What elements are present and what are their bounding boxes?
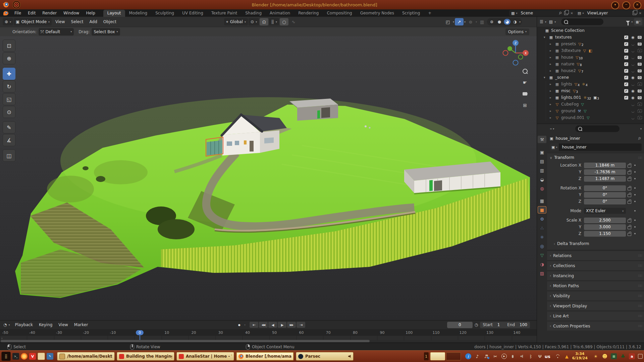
auto-keying-toggle[interactable]: ● bbox=[235, 322, 244, 328]
properties-section[interactable]: ›Custom Properties ∷∷ bbox=[547, 321, 644, 330]
snap-dropdown[interactable]: ⣿▾ bbox=[269, 18, 279, 25]
properties-tab[interactable] bbox=[537, 135, 547, 143]
properties-tab[interactable] bbox=[538, 260, 546, 268]
animate-dot-icon[interactable] bbox=[633, 178, 637, 179]
hide-eye-toggle[interactable] bbox=[630, 88, 636, 93]
shade-button[interactable]: ▾ bbox=[611, 1, 619, 9]
outliner-row[interactable]: nature 8 bbox=[537, 61, 644, 67]
transport-button[interactable] bbox=[278, 322, 286, 328]
tray-icon[interactable] bbox=[519, 353, 525, 359]
lock-icon[interactable] bbox=[628, 194, 631, 197]
lock-icon[interactable] bbox=[628, 226, 631, 229]
taskbar-window[interactable]: AnalieStar | Home - Viv... bbox=[176, 352, 234, 361]
animate-dot-icon[interactable] bbox=[633, 210, 637, 212]
tray-icon[interactable] bbox=[510, 353, 516, 359]
timeline-menu[interactable]: View bbox=[55, 322, 71, 327]
pin-icon[interactable]: ⚲ bbox=[557, 10, 562, 15]
hide-eye-toggle[interactable] bbox=[630, 75, 636, 80]
shading-material-icon[interactable]: ◕ bbox=[504, 19, 511, 25]
drag-dropdown[interactable]: Select Box▾ bbox=[92, 28, 120, 36]
workspace-tab[interactable]: Animation bbox=[266, 10, 294, 17]
animate-dot-icon[interactable] bbox=[633, 165, 637, 166]
keyboard-layout[interactable]: us bbox=[545, 354, 550, 359]
outliner-editor-type-button[interactable]: ☰▾ bbox=[539, 18, 547, 25]
transport-button[interactable] bbox=[250, 322, 258, 328]
editor-icon[interactable]: ✎ bbox=[47, 353, 53, 360]
timeline-menu[interactable]: Keying bbox=[36, 322, 55, 327]
properties-options-button[interactable]: ▾ bbox=[640, 127, 642, 130]
filter-icon[interactable] bbox=[626, 21, 630, 23]
tool-button[interactable] bbox=[3, 121, 15, 133]
vivaldi-icon[interactable]: V bbox=[29, 353, 36, 360]
close-button[interactable]: ✕ bbox=[633, 1, 641, 9]
workspace-tab[interactable]: Compositing bbox=[323, 10, 356, 17]
tray-icon[interactable] bbox=[555, 353, 561, 359]
properties-section[interactable]: ›Instancing ∷∷ bbox=[547, 271, 644, 280]
workspace-cell[interactable] bbox=[446, 352, 461, 360]
lock-icon[interactable] bbox=[628, 165, 631, 168]
tray-icon[interactable] bbox=[537, 353, 543, 359]
frame-tick[interactable]: 60 bbox=[288, 330, 315, 335]
new-collection-button[interactable]: ▦⁺ bbox=[634, 18, 642, 25]
viewport-menu[interactable]: Object bbox=[100, 19, 119, 24]
mode-dropdown[interactable]: ▣Object Mode▾ bbox=[14, 18, 52, 25]
frame-tick[interactable]: 110 bbox=[423, 330, 449, 335]
render-camera-toggle[interactable] bbox=[636, 42, 643, 46]
expand-arrow-icon[interactable] bbox=[550, 89, 554, 93]
files-icon[interactable] bbox=[38, 353, 45, 360]
outliner-row[interactable]: Scene Collection bbox=[537, 27, 644, 34]
frame-tick[interactable]: 80 bbox=[342, 330, 369, 335]
properties-tab[interactable] bbox=[538, 185, 546, 192]
terminal-icon[interactable]: >_ bbox=[12, 353, 19, 360]
drag-handle-icon[interactable]: ∷∷ bbox=[638, 284, 642, 288]
workspace-tab[interactable]: Geometry Nodes bbox=[356, 10, 398, 17]
tray-icon[interactable] bbox=[564, 353, 570, 359]
scale-field[interactable]: 2.500 bbox=[584, 218, 626, 223]
tray-icon[interactable] bbox=[629, 353, 635, 359]
drag-handle-icon[interactable]: ∷∷ bbox=[638, 314, 642, 318]
lock-icon[interactable] bbox=[628, 201, 631, 204]
firefox-icon[interactable] bbox=[21, 353, 28, 360]
tray-icon[interactable] bbox=[501, 354, 507, 359]
outliner-row[interactable]: presets 2 bbox=[537, 41, 644, 47]
frame-tick[interactable]: 130 bbox=[476, 330, 503, 335]
orientation-dropdown[interactable]: ⌖Global▾ bbox=[224, 18, 248, 25]
falloff-icon[interactable]: ∿ bbox=[289, 18, 298, 25]
scale-field[interactable]: 3.000 bbox=[584, 224, 626, 230]
frame-tick[interactable]: 140 bbox=[503, 330, 530, 335]
properties-tab[interactable] bbox=[538, 215, 546, 223]
animate-dot-icon[interactable] bbox=[633, 201, 637, 202]
animate-dot-icon[interactable] bbox=[633, 226, 637, 228]
animate-dot-icon[interactable] bbox=[633, 171, 637, 173]
outliner-row[interactable]: _scene bbox=[537, 74, 644, 81]
workspace-tab[interactable]: Layout bbox=[103, 10, 125, 17]
tool-button[interactable] bbox=[3, 68, 15, 80]
tool-button[interactable] bbox=[3, 52, 15, 64]
exclude-checkbox[interactable] bbox=[623, 35, 630, 40]
unlink-scene-icon[interactable]: ✕ bbox=[571, 11, 573, 15]
drag-handle-icon[interactable]: ∷∷ bbox=[638, 274, 642, 278]
expand-arrow-icon[interactable] bbox=[544, 76, 548, 79]
properties-tab[interactable] bbox=[538, 176, 546, 183]
properties-search-input[interactable] bbox=[575, 125, 620, 132]
properties-tab[interactable] bbox=[538, 269, 546, 277]
new-scene-icon[interactable] bbox=[564, 11, 568, 15]
outliner-row[interactable]: textures bbox=[537, 34, 644, 41]
tray-icon[interactable] bbox=[474, 353, 480, 359]
render-camera-toggle[interactable] bbox=[636, 75, 643, 80]
properties-section[interactable]: ›Viewport Display ∷∷ bbox=[547, 301, 644, 310]
exclude-checkbox[interactable] bbox=[623, 48, 630, 53]
properties-section[interactable]: ›Collections ∷∷ bbox=[547, 261, 644, 270]
stopwatch-icon[interactable]: ◷ bbox=[475, 322, 478, 327]
current-frame-field[interactable]: 0 bbox=[447, 322, 473, 328]
viewport-menu[interactable]: View bbox=[52, 19, 68, 24]
outliner-row[interactable]: house2 7 bbox=[537, 67, 644, 74]
expand-arrow-icon[interactable] bbox=[550, 103, 554, 106]
properties-tab[interactable] bbox=[538, 206, 546, 214]
rotation-mode-dropdown[interactable]: XYZ Euler∨ bbox=[584, 208, 626, 214]
workspace-tab[interactable]: Shading bbox=[241, 10, 266, 17]
exclude-checkbox[interactable] bbox=[623, 42, 630, 46]
hide-eye-toggle[interactable] bbox=[630, 42, 636, 46]
render-camera-toggle[interactable] bbox=[636, 88, 643, 93]
shading-solid-icon[interactable]: ● bbox=[496, 19, 503, 25]
